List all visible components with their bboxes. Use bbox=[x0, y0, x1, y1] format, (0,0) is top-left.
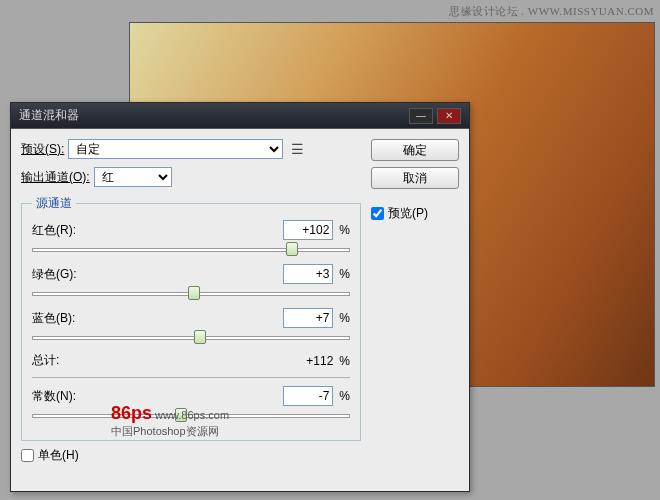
blue-value-input[interactable] bbox=[283, 308, 333, 328]
constant-slider[interactable] bbox=[32, 408, 350, 426]
output-channel-label: 输出通道(O): bbox=[21, 169, 90, 186]
source-channels-fieldset: 源通道 红色(R): % 绿色(G): % bbox=[21, 195, 361, 441]
red-value-input[interactable] bbox=[283, 220, 333, 240]
green-label: 绿色(G): bbox=[32, 266, 283, 283]
divider bbox=[32, 377, 350, 378]
close-button[interactable]: ✕ bbox=[437, 108, 461, 124]
cancel-button[interactable]: 取消 bbox=[371, 167, 459, 189]
preview-label: 预览(P) bbox=[388, 205, 428, 222]
channel-mixer-dialog: 通道混和器 — ✕ 预设(S): 自定 ☰ 输出通道(O): 红 源通道 bbox=[10, 102, 470, 492]
preview-checkbox[interactable] bbox=[371, 207, 384, 220]
preset-label: 预设(S): bbox=[21, 141, 64, 158]
green-slider[interactable] bbox=[32, 286, 350, 304]
green-slider-row: 绿色(G): % bbox=[32, 264, 350, 304]
preset-select[interactable]: 自定 bbox=[68, 139, 283, 159]
constant-label: 常数(N): bbox=[32, 388, 283, 405]
monochrome-label: 单色(H) bbox=[38, 447, 79, 464]
blue-slider[interactable] bbox=[32, 330, 350, 348]
constant-value-input[interactable] bbox=[283, 386, 333, 406]
ok-button[interactable]: 确定 bbox=[371, 139, 459, 161]
blue-label: 蓝色(B): bbox=[32, 310, 283, 327]
total-row: 总计: +112 % bbox=[32, 352, 350, 369]
total-label: 总计: bbox=[32, 352, 306, 369]
red-label: 红色(R): bbox=[32, 222, 283, 239]
red-slider[interactable] bbox=[32, 242, 350, 260]
red-slider-row: 红色(R): % bbox=[32, 220, 350, 260]
watermark-top: 思缘设计论坛 . WWW.MISSYUAN.COM bbox=[449, 4, 654, 19]
titlebar[interactable]: 通道混和器 — ✕ bbox=[11, 103, 469, 129]
monochrome-checkbox[interactable] bbox=[21, 449, 34, 462]
preset-menu-icon[interactable]: ☰ bbox=[287, 140, 307, 158]
output-channel-select[interactable]: 红 bbox=[94, 167, 172, 187]
dialog-title: 通道混和器 bbox=[19, 107, 405, 124]
green-value-input[interactable] bbox=[283, 264, 333, 284]
blue-slider-row: 蓝色(B): % bbox=[32, 308, 350, 348]
minimize-button[interactable]: — bbox=[409, 108, 433, 124]
fieldset-legend: 源通道 bbox=[32, 195, 76, 212]
total-value: +112 bbox=[306, 354, 333, 368]
percent-label: % bbox=[339, 223, 350, 237]
constant-slider-row: 常数(N): % bbox=[32, 386, 350, 426]
